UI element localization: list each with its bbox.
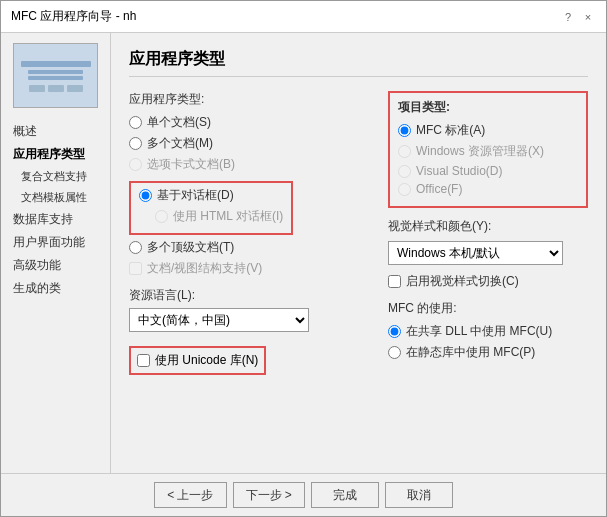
- main-content: 应用程序类型 应用程序类型: 单个文档(S) 多个文档(M) 选项: [111, 33, 606, 473]
- next-button[interactable]: 下一步 >: [233, 482, 305, 508]
- logo-btn-1: [29, 85, 45, 92]
- radio-windows-explorer-label[interactable]: Windows 资源管理器(X): [416, 143, 544, 160]
- close-button[interactable]: ×: [580, 9, 596, 25]
- radio-static-lib-label[interactable]: 在静态库中使用 MFC(P): [406, 344, 535, 361]
- checkbox-unicode-label[interactable]: 使用 Unicode 库(N): [155, 352, 258, 369]
- logo-line-2: [28, 70, 83, 74]
- radio-visual-studio-label[interactable]: Visual Studio(D): [416, 164, 502, 178]
- radio-static-lib-item: 在静态库中使用 MFC(P): [388, 344, 588, 361]
- radio-shared-dll-item: 在共享 DLL 中使用 MFC(U): [388, 323, 588, 340]
- checkbox-unicode[interactable]: [137, 354, 150, 367]
- sidebar-nav: 概述 应用程序类型 复合文档支持 文档模板属性 数据库支持 用户界面功能 高级功…: [1, 120, 110, 300]
- radio-shared-dll[interactable]: [388, 325, 401, 338]
- sidebar-item-doctemplate[interactable]: 文档模板属性: [9, 187, 110, 208]
- resource-lang-group: 资源语言(L): 中文(简体，中国): [129, 287, 368, 332]
- help-button[interactable]: ?: [560, 9, 576, 25]
- window-title: MFC 应用程序向导 - nh: [11, 8, 136, 25]
- right-panel: 项目类型: MFC 标准(A) Windows 资源管理器(X) Visual …: [388, 91, 588, 375]
- sidebar-item-database[interactable]: 数据库支持: [9, 208, 110, 231]
- prev-button[interactable]: < 上一步: [154, 482, 226, 508]
- title-bar: MFC 应用程序向导 - nh ? ×: [1, 1, 606, 33]
- checkbox-view-switch-label[interactable]: 启用视觉样式切换(C): [406, 273, 519, 290]
- logo-line-3: [28, 76, 83, 80]
- sidebar-item-advanced[interactable]: 高级功能: [9, 254, 110, 277]
- logo-line-1: [21, 61, 91, 67]
- radio-office-item: Office(F): [398, 182, 578, 196]
- dialog-radio-highlight: 基于对话框(D) 使用 HTML 对话框(I): [129, 181, 293, 235]
- radio-visual-studio-item: Visual Studio(D): [398, 164, 578, 178]
- sidebar-item-compound[interactable]: 复合文档支持: [9, 166, 110, 187]
- radio-office[interactable]: [398, 183, 411, 196]
- radio-mfc-standard-label[interactable]: MFC 标准(A): [416, 122, 485, 139]
- mfc-use-label: MFC 的使用:: [388, 300, 588, 317]
- radio-multi-top-label[interactable]: 多个顶级文档(T): [147, 239, 234, 256]
- main-dialog: MFC 应用程序向导 - nh ? × 概述 应用程序类型: [0, 0, 607, 517]
- radio-dialog-item: 基于对话框(D): [139, 187, 283, 204]
- radio-multi-doc-label[interactable]: 多个文档(M): [147, 135, 213, 152]
- radio-dialog-label[interactable]: 基于对话框(D): [157, 187, 234, 204]
- unicode-checkbox-box: 使用 Unicode 库(N): [129, 346, 266, 375]
- radio-tabbed[interactable]: [129, 158, 142, 171]
- mfc-use-group: MFC 的使用: 在共享 DLL 中使用 MFC(U) 在静态库中使用 MFC(…: [388, 300, 588, 361]
- app-type-label: 应用程序类型:: [129, 91, 368, 108]
- sidebar: 概述 应用程序类型 复合文档支持 文档模板属性 数据库支持 用户界面功能 高级功…: [1, 33, 111, 473]
- radio-multi-top-item: 多个顶级文档(T): [129, 239, 368, 256]
- content-row: 应用程序类型: 单个文档(S) 多个文档(M) 选项卡式文档(B): [129, 91, 588, 375]
- radio-multi-top[interactable]: [129, 241, 142, 254]
- sidebar-logo: [13, 43, 98, 108]
- sidebar-item-generated[interactable]: 生成的类: [9, 277, 110, 300]
- radio-visual-studio[interactable]: [398, 165, 411, 178]
- radio-windows-explorer[interactable]: [398, 145, 411, 158]
- radio-single-doc[interactable]: [129, 116, 142, 129]
- radio-static-lib[interactable]: [388, 346, 401, 359]
- checkbox-doc-view[interactable]: [129, 262, 142, 275]
- project-type-label: 项目类型:: [398, 99, 578, 116]
- logo-btn-2: [48, 85, 64, 92]
- radio-html-dialog-label[interactable]: 使用 HTML 对话框(I): [173, 208, 283, 225]
- radio-mfc-standard-item: MFC 标准(A): [398, 122, 578, 139]
- cancel-button[interactable]: 取消: [385, 482, 453, 508]
- radio-mfc-standard[interactable]: [398, 124, 411, 137]
- project-type-box: 项目类型: MFC 标准(A) Windows 资源管理器(X) Visual …: [388, 91, 588, 208]
- sidebar-item-ui[interactable]: 用户界面功能: [9, 231, 110, 254]
- title-controls: ? ×: [560, 9, 596, 25]
- checkbox-doc-view-label[interactable]: 文档/视图结构支持(V): [147, 260, 262, 277]
- radio-windows-explorer-item: Windows 资源管理器(X): [398, 143, 578, 160]
- checkbox-doc-view-item: 文档/视图结构支持(V): [129, 260, 368, 277]
- left-panel: 应用程序类型: 单个文档(S) 多个文档(M) 选项卡式文档(B): [129, 91, 368, 375]
- resource-lang-label: 资源语言(L):: [129, 287, 368, 304]
- checkbox-view-switch[interactable]: [388, 275, 401, 288]
- radio-dialog[interactable]: [139, 189, 152, 202]
- title-bar-left: MFC 应用程序向导 - nh: [11, 8, 136, 25]
- logo-buttons: [29, 85, 83, 92]
- radio-tabbed-item: 选项卡式文档(B): [129, 156, 368, 173]
- dialog-footer: < 上一步 下一步 > 完成 取消: [1, 473, 606, 516]
- view-style-group: 视觉样式和颜色(Y): Windows 本机/默认: [388, 218, 588, 265]
- radio-office-label[interactable]: Office(F): [416, 182, 462, 196]
- radio-multi-doc[interactable]: [129, 137, 142, 150]
- sidebar-item-overview[interactable]: 概述: [9, 120, 110, 143]
- resource-lang-select[interactable]: 中文(简体，中国): [129, 308, 309, 332]
- view-style-label: 视觉样式和颜色(Y):: [388, 218, 588, 235]
- radio-tabbed-label[interactable]: 选项卡式文档(B): [147, 156, 235, 173]
- checkbox-view-switch-item: 启用视觉样式切换(C): [388, 273, 588, 290]
- section-title: 应用程序类型: [129, 49, 588, 77]
- radio-single-doc-item: 单个文档(S): [129, 114, 368, 131]
- logo-btn-3: [67, 85, 83, 92]
- dialog-body: 概述 应用程序类型 复合文档支持 文档模板属性 数据库支持 用户界面功能 高级功…: [1, 33, 606, 473]
- radio-html-dialog-item: 使用 HTML 对话框(I): [139, 208, 283, 225]
- finish-button[interactable]: 完成: [311, 482, 379, 508]
- view-style-select[interactable]: Windows 本机/默认: [388, 241, 563, 265]
- radio-single-doc-label[interactable]: 单个文档(S): [147, 114, 211, 131]
- radio-html-dialog[interactable]: [155, 210, 168, 223]
- radio-shared-dll-label[interactable]: 在共享 DLL 中使用 MFC(U): [406, 323, 552, 340]
- sidebar-item-apptype[interactable]: 应用程序类型: [9, 143, 110, 166]
- radio-multi-doc-item: 多个文档(M): [129, 135, 368, 152]
